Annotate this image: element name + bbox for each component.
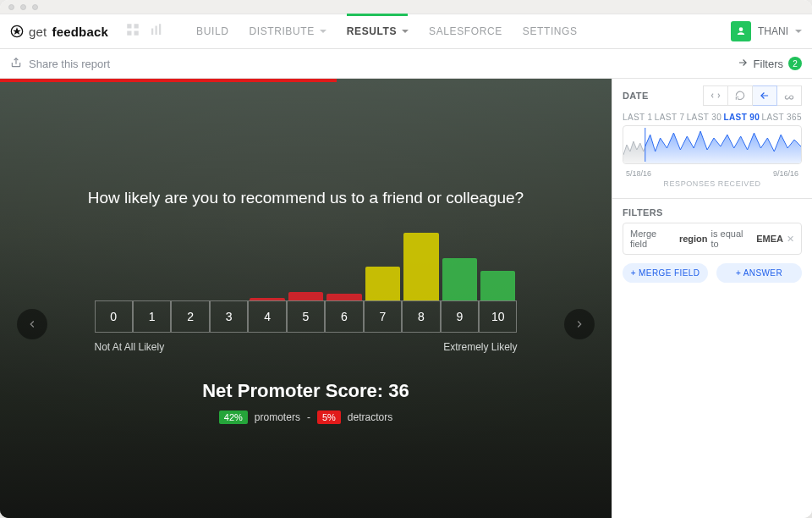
chip-pre: Merge field <box>630 229 676 249</box>
dash: - <box>307 411 310 423</box>
tab-label: SALESFORCE <box>429 25 502 37</box>
top-nav-right: THANI <box>731 14 802 48</box>
spark-end-date: 9/16/16 <box>773 169 798 178</box>
svg-rect-7 <box>156 26 157 36</box>
nps-scale-cell[interactable]: 1 <box>133 300 171 333</box>
svg-rect-2 <box>127 24 131 28</box>
top-nav: getfeedback BUILD DISTRIBUTE RESULTS SAL… <box>0 14 812 49</box>
detractors-label: detractors <box>348 411 392 423</box>
chevron-down-icon <box>320 30 326 33</box>
share-icon[interactable] <box>10 57 22 71</box>
chip-mid: is equal to <box>711 229 754 249</box>
responses-sparkline[interactable] <box>623 126 801 163</box>
results-stage: How likely are you to recommend us to a … <box>0 79 612 518</box>
nps-scale-cell[interactable]: 9 <box>441 300 479 333</box>
nav-view-icons <box>125 14 164 48</box>
tab-settings[interactable]: SETTINGS <box>523 25 578 37</box>
nps-bars <box>95 233 518 300</box>
scale-max-label: Extremely Likely <box>443 341 517 353</box>
score-breakdown: 42% promoters - 5% detractors <box>22 411 590 424</box>
traffic-light-min[interactable] <box>20 4 26 10</box>
chevron-down-icon <box>795 30 802 33</box>
brand-text-get: get <box>29 25 47 39</box>
date-section-title: DATE <box>623 91 649 101</box>
date-range-preset[interactable]: LAST 30 <box>687 113 722 122</box>
tab-distribute[interactable]: DISTRIBUTE <box>249 25 326 37</box>
content: How likely are you to recommend us to a … <box>0 79 812 518</box>
svg-rect-5 <box>134 31 139 36</box>
svg-rect-4 <box>127 31 131 36</box>
nps-scale-cell[interactable]: 5 <box>287 300 325 333</box>
nps-scale-cell[interactable]: 7 <box>364 300 402 333</box>
svg-marker-1 <box>13 27 20 35</box>
date-range-preset[interactable]: LAST 90 <box>723 113 760 122</box>
tab-label: DISTRIBUTE <box>249 25 314 37</box>
nav-tabs: BUILD DISTRIBUTE RESULTS SALESFORCE SETT… <box>196 14 578 48</box>
nps-scale-cell[interactable]: 4 <box>248 300 286 333</box>
score-block: Net Promoter Score: 36 42% promoters - 5… <box>22 380 590 424</box>
nps-scale-cell[interactable]: 10 <box>479 300 517 333</box>
date-mode-fit-icon[interactable] <box>703 85 728 106</box>
svg-rect-8 <box>159 24 161 35</box>
tab-build[interactable]: BUILD <box>196 25 228 37</box>
nps-scale: 012345678910 <box>95 300 518 333</box>
filters-count-badge: 2 <box>788 57 802 70</box>
share-report-button[interactable]: Share this report <box>29 58 110 70</box>
nps-score-title: Net Promoter Score: 36 <box>22 380 590 402</box>
promoters-pct-badge: 42% <box>219 411 248 424</box>
date-mode-infinity-icon[interactable] <box>777 85 802 106</box>
promoters-label: promoters <box>255 411 300 423</box>
date-mode-refresh-icon[interactable] <box>728 85 753 106</box>
tab-salesforce[interactable]: SALESFORCE <box>429 25 502 37</box>
brand-text-feedback: feedback <box>52 25 108 39</box>
avatar <box>731 21 751 41</box>
tab-results[interactable]: RESULTS <box>347 25 409 37</box>
date-range-preset[interactable]: LAST 365 <box>762 113 803 122</box>
date-mode-toggle <box>703 85 802 106</box>
spark-caption: RESPONSES RECEIVED <box>612 179 812 195</box>
chip-field: region <box>679 234 708 244</box>
tab-label: SETTINGS <box>523 25 578 37</box>
svg-rect-6 <box>151 29 153 36</box>
brand-logo[interactable]: getfeedback <box>10 14 108 48</box>
date-range-preset[interactable]: LAST 1 <box>623 113 653 122</box>
grid-view-icon[interactable] <box>125 22 140 41</box>
date-range-preset[interactable]: LAST 7 <box>655 113 685 122</box>
bar-view-icon[interactable] <box>149 22 164 41</box>
user-menu[interactable]: THANI <box>731 21 802 41</box>
question-text: How likely are you to recommend us to a … <box>22 189 590 207</box>
tab-label: BUILD <box>196 25 228 37</box>
chip-val: EMEA <box>756 234 783 244</box>
stage-inner: How likely are you to recommend us to a … <box>0 79 612 518</box>
scale-min-label: Not At All Likely <box>95 341 165 353</box>
filter-chip[interactable]: Merge field region is equal to EMEA ✕ <box>623 223 802 255</box>
toolbar: Share this report Filters 2 <box>0 49 812 79</box>
close-icon[interactable]: ✕ <box>787 234 794 245</box>
spark-start-date: 5/18/16 <box>626 169 651 178</box>
traffic-light-close[interactable] <box>8 4 14 10</box>
detractors-pct-badge: 5% <box>317 411 341 424</box>
mac-title-bar <box>0 0 812 14</box>
nps-scale-cell[interactable]: 2 <box>171 300 209 333</box>
tab-label: RESULTS <box>347 25 397 37</box>
add-merge-field-button[interactable]: + MERGE FIELD <box>623 263 708 283</box>
nps-scale-cell[interactable]: 8 <box>402 300 440 333</box>
app-window: getfeedback BUILD DISTRIBUTE RESULTS SAL… <box>0 0 812 518</box>
chevron-down-icon <box>402 30 409 33</box>
arrow-right-icon <box>737 57 749 71</box>
brand-icon <box>10 25 24 38</box>
svg-rect-3 <box>134 24 139 28</box>
date-range-presets: LAST 1LAST 7LAST 30LAST 90LAST 365 <box>612 113 812 122</box>
sidebar: DATE LAST 1LAST 7LAST 30LAST 90LAST 365 <box>612 79 812 518</box>
date-mode-back-icon[interactable] <box>753 85 777 106</box>
nps-scale-cell[interactable]: 6 <box>325 300 363 333</box>
nps-scale-cell[interactable]: 3 <box>210 300 248 333</box>
nps-chart: 012345678910 Not At All Likely Extremely… <box>95 233 518 353</box>
nps-scale-cell[interactable]: 0 <box>95 300 133 333</box>
filters-toggle[interactable]: Filters <box>754 58 783 70</box>
user-name: THANI <box>758 25 788 37</box>
traffic-light-max[interactable] <box>32 4 38 10</box>
filters-section-title: FILTERS <box>612 198 812 223</box>
sparkline-panel <box>623 125 802 164</box>
add-answer-button[interactable]: + ANSWER <box>716 263 802 283</box>
